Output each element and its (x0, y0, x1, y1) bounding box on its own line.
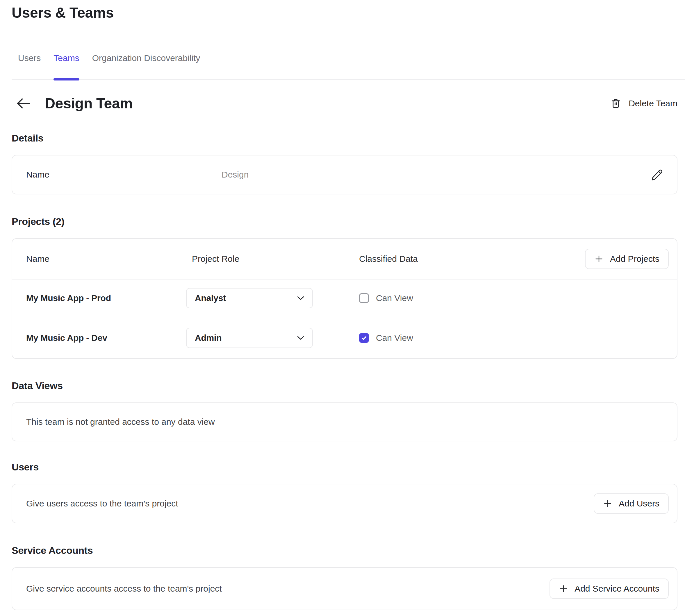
edit-name-button[interactable] (649, 167, 665, 182)
service-accounts-empty-text: Give service accounts access to the team… (26, 584, 222, 594)
add-users-button[interactable]: Add Users (594, 493, 669, 514)
page-title: Users & Teams (12, 4, 685, 22)
team-header: Design Team Delete Team (12, 93, 678, 114)
arrow-left-icon (16, 97, 30, 110)
add-users-label: Add Users (619, 499, 659, 508)
can-view-label: Can View (376, 333, 413, 343)
service-accounts-card: Give service accounts access to the team… (12, 567, 678, 610)
chevron-down-icon (297, 296, 304, 300)
name-label: Name (26, 170, 221, 180)
data-views-card: This team is not granted access to any d… (12, 402, 678, 441)
projects-table: Name Project Role Classified Data Add Pr… (12, 238, 678, 359)
checkmark-icon (361, 334, 367, 342)
users-card: Give users access to the team's project … (12, 484, 678, 523)
pencil-icon (651, 168, 663, 181)
details-heading: Details (12, 132, 685, 144)
add-service-accounts-button[interactable]: Add Service Accounts (550, 578, 669, 599)
back-button[interactable] (16, 97, 31, 110)
name-value: Design (221, 170, 649, 180)
project-role-select[interactable]: Admin (186, 328, 313, 348)
can-view-label: Can View (376, 293, 413, 303)
project-role-value: Analyst (195, 293, 226, 303)
project-name: My Music App - Dev (26, 333, 192, 343)
projects-table-header: Name Project Role Classified Data Add Pr… (12, 239, 677, 280)
can-view-checkbox[interactable] (359, 293, 369, 303)
table-row: My Music App - Dev Admin Can View (12, 317, 677, 358)
delete-team-button[interactable]: Delete Team (611, 97, 678, 109)
users-empty-text: Give users access to the team's project (26, 499, 178, 508)
tab-teams[interactable]: Teams (47, 53, 85, 79)
service-accounts-heading: Service Accounts (12, 544, 685, 556)
data-views-empty-text: This team is not granted access to any d… (26, 417, 215, 427)
plus-icon (559, 584, 568, 593)
column-header-project-role: Project Role (192, 254, 359, 264)
users-heading: Users (12, 461, 685, 473)
can-view-checkbox[interactable] (359, 333, 369, 343)
trash-icon (611, 97, 621, 109)
project-role-value: Admin (195, 333, 221, 343)
table-row: My Music App - Prod Analyst Can View (12, 280, 677, 317)
plus-icon (594, 254, 604, 264)
tab-users[interactable]: Users (12, 53, 47, 79)
add-projects-label: Add Projects (610, 254, 659, 264)
tab-organization-discoverability[interactable]: Organization Discoverability (86, 53, 207, 79)
project-name: My Music App - Prod (26, 293, 192, 303)
tab-bar: Users Teams Organization Discoverability (12, 53, 685, 80)
project-role-select[interactable]: Analyst (186, 288, 313, 308)
team-title: Design Team (45, 95, 133, 112)
plus-icon (603, 499, 612, 508)
chevron-down-icon (297, 336, 304, 340)
column-header-classified-data: Classified Data (359, 254, 585, 264)
add-service-accounts-label: Add Service Accounts (575, 584, 659, 594)
delete-team-label: Delete Team (628, 98, 678, 108)
column-header-name: Name (26, 254, 192, 264)
tab-list: Users Teams Organization Discoverability (12, 53, 685, 79)
details-card: Name Design (12, 155, 678, 194)
projects-heading: Projects (2) (12, 215, 685, 227)
add-projects-button[interactable]: Add Projects (585, 249, 669, 269)
data-views-heading: Data Views (12, 379, 685, 392)
